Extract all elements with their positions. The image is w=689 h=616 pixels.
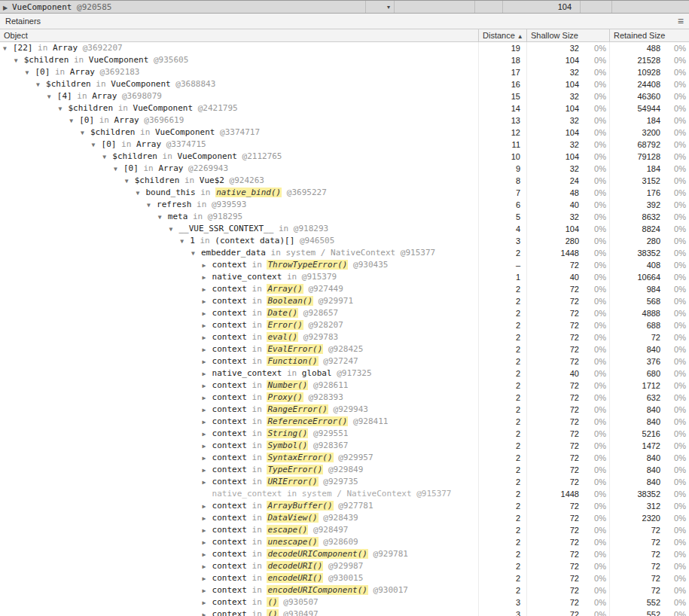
table-row[interactable]: ▶native_context in global @917325 2 40 0… bbox=[0, 367, 689, 380]
table-row[interactable]: ▶context in Boolean() @929971 2 72 0% 56… bbox=[0, 295, 689, 307]
expand-arrow[interactable]: ▶ bbox=[203, 392, 212, 404]
table-row[interactable]: ▼$children in VueComponent @2112765 10 1… bbox=[0, 151, 689, 163]
expand-arrow[interactable]: ▼ bbox=[191, 248, 201, 259]
menu-icon[interactable]: ≡ bbox=[678, 17, 684, 25]
table-row[interactable]: ▶context in ArrayBuffer() @927781 2 72 0… bbox=[0, 500, 689, 512]
expand-arrow[interactable]: ▶ bbox=[203, 344, 212, 355]
table-row[interactable]: ▼$children in VueComponent @935605 18 10… bbox=[0, 54, 689, 66]
expand-arrow[interactable]: ▶ bbox=[203, 441, 212, 452]
expand-arrow[interactable]: ▶ bbox=[203, 465, 212, 476]
expand-arrow[interactable]: ▶ bbox=[203, 356, 212, 367]
expand-arrow[interactable]: ▼ bbox=[47, 91, 57, 102]
table-row[interactable]: ▼$children in VueComponent @3374717 12 1… bbox=[0, 127, 689, 139]
table-row[interactable]: ▶context in RangeError() @929943 2 72 0%… bbox=[0, 404, 689, 416]
table-row[interactable]: ▼[0] in Array @3692183 17 32 0% 10928 0% bbox=[0, 66, 689, 78]
expand-arrow[interactable]: ▼ bbox=[59, 103, 69, 114]
expand-arrow[interactable]: ▶ bbox=[3, 2, 12, 14]
summary-selected-row[interactable]: ▶VueComponent @920585 ▾ 104 bbox=[0, 0, 689, 14]
table-row[interactable]: ▼$children in VueComponent @3688843 16 1… bbox=[0, 78, 689, 90]
expand-arrow[interactable]: ▶ bbox=[203, 477, 212, 488]
column-divider[interactable] bbox=[580, 1, 581, 13]
expand-arrow[interactable]: ▼ bbox=[136, 188, 145, 199]
table-row[interactable]: native_context in system / NativeContext… bbox=[0, 488, 689, 500]
table-row[interactable]: ▼1 in (context data)[] @946505 3 280 0% … bbox=[0, 235, 689, 247]
column-header-shallow-size[interactable]: Shallow Size bbox=[527, 29, 610, 41]
table-row[interactable]: ▶context in ThrowTypeError() @930435 – 7… bbox=[0, 259, 689, 271]
expand-arrow[interactable]: ▶ bbox=[203, 296, 212, 307]
table-row[interactable]: ▶context in ReferenceError() @928411 2 7… bbox=[0, 416, 689, 428]
expand-arrow[interactable]: ▶ bbox=[203, 284, 212, 295]
expand-arrow[interactable]: ▶ bbox=[203, 380, 212, 392]
expand-arrow[interactable]: ▶ bbox=[203, 513, 212, 524]
table-row[interactable]: ▶context in eval() @929783 2 72 0% 72 0% bbox=[0, 331, 689, 343]
expand-arrow[interactable]: ▶ bbox=[203, 537, 212, 548]
expand-arrow[interactable]: ▶ bbox=[203, 501, 212, 512]
column-divider[interactable] bbox=[474, 1, 475, 13]
table-row[interactable]: ▼[0] in Array @2269943 9 32 0% 184 0% bbox=[0, 163, 689, 175]
expand-arrow[interactable]: ▼ bbox=[14, 55, 24, 66]
expand-arrow[interactable]: ▶ bbox=[203, 453, 212, 464]
expand-arrow[interactable]: ▶ bbox=[203, 272, 212, 283]
table-row[interactable]: ▶native_context in @915379 1 40 0% 10664… bbox=[0, 271, 689, 283]
table-row[interactable]: ▶context in escape() @928497 2 72 0% 72 … bbox=[0, 524, 689, 536]
expand-arrow[interactable]: ▶ bbox=[203, 609, 212, 616]
expand-arrow[interactable]: ▼ bbox=[92, 139, 102, 151]
column-divider[interactable] bbox=[394, 1, 395, 13]
expand-arrow[interactable]: ▼ bbox=[25, 67, 35, 78]
expand-arrow[interactable]: ▶ bbox=[203, 368, 212, 380]
table-row[interactable]: ▶context in TypeError() @929849 2 72 0% … bbox=[0, 464, 689, 476]
expand-arrow[interactable]: ▼ bbox=[102, 151, 112, 163]
table-row[interactable]: ▶context in DataView() @928439 2 72 0% 2… bbox=[0, 512, 689, 524]
expand-arrow[interactable]: ▼ bbox=[36, 79, 46, 90]
table-row[interactable]: ▶context in encodeURI() @930015 2 72 0% … bbox=[0, 572, 689, 584]
table-row[interactable]: ▶context in () @930507 3 72 0% 552 0% bbox=[0, 596, 689, 608]
expand-arrow[interactable]: ▼ bbox=[158, 212, 168, 223]
table-row[interactable]: ▶context in URIError() @929735 2 72 0% 8… bbox=[0, 476, 689, 488]
expand-arrow[interactable]: ▼ bbox=[114, 163, 123, 175]
expand-arrow[interactable]: ▼ bbox=[3, 43, 13, 54]
table-row[interactable]: ▼meta in @918295 5 32 0% 8632 0% bbox=[0, 211, 689, 223]
expand-arrow[interactable]: ▶ bbox=[203, 416, 212, 428]
table-row[interactable]: ▼$children in Vue$2 @924263 8 24 0% 3152… bbox=[0, 175, 689, 187]
table-row[interactable]: ▶context in Function() @927247 2 72 0% 3… bbox=[0, 355, 689, 367]
table-row[interactable]: ▶context in () @930497 3 72 0% 552 0% bbox=[0, 608, 689, 616]
expand-arrow[interactable]: ▶ bbox=[203, 525, 212, 536]
expand-arrow[interactable]: ▶ bbox=[203, 585, 212, 596]
expand-arrow[interactable]: ▶ bbox=[203, 549, 212, 560]
expand-arrow[interactable]: ▶ bbox=[203, 404, 212, 416]
table-row[interactable]: ▼[0] in Array @3374715 11 32 0% 68792 0% bbox=[0, 139, 689, 151]
expand-arrow[interactable]: ▼ bbox=[69, 115, 79, 127]
expand-arrow[interactable]: ▼ bbox=[81, 127, 90, 139]
table-row[interactable]: ▼$children in VueComponent @2421795 14 1… bbox=[0, 102, 689, 114]
expand-arrow[interactable]: ▶ bbox=[203, 561, 212, 572]
table-row[interactable]: ▶context in Date() @928657 2 72 0% 4888 … bbox=[0, 307, 689, 319]
expand-arrow[interactable]: ▶ bbox=[203, 320, 212, 331]
table-row[interactable]: ▶context in String() @929551 2 72 0% 521… bbox=[0, 428, 689, 440]
table-row[interactable]: ▶context in decodeURI() @929987 2 72 0% … bbox=[0, 560, 689, 572]
table-row[interactable]: ▶context in unescape() @928609 2 72 0% 7… bbox=[0, 536, 689, 548]
expand-arrow[interactable]: ▶ bbox=[203, 428, 212, 440]
expand-arrow[interactable]: ▼ bbox=[169, 224, 179, 235]
table-row[interactable]: ▼[4] in Array @3698079 15 32 0% 46360 0% bbox=[0, 90, 689, 102]
table-row[interactable]: ▶context in decodeURIComponent() @929781… bbox=[0, 548, 689, 560]
table-row[interactable]: ▼embedder_data in system / NativeContext… bbox=[0, 247, 689, 259]
table-row[interactable]: ▶context in SyntaxError() @929957 2 72 0… bbox=[0, 452, 689, 464]
table-row[interactable]: ▶context in Proxy() @928393 2 72 0% 632 … bbox=[0, 392, 689, 404]
column-header-retained-size[interactable]: Retained Size bbox=[610, 29, 689, 41]
expand-arrow[interactable]: ▶ bbox=[203, 597, 212, 608]
table-row[interactable]: ▶context in Error() @928207 2 72 0% 688 … bbox=[0, 319, 689, 331]
expand-arrow[interactable]: ▼ bbox=[125, 175, 135, 187]
table-row[interactable]: ▼__VUE_SSR_CONTEXT__ in @918293 4 104 0%… bbox=[0, 223, 689, 235]
table-row[interactable]: ▶context in Number() @928611 2 72 0% 171… bbox=[0, 380, 689, 392]
expand-arrow[interactable]: ▼ bbox=[147, 200, 157, 211]
column-header-distance[interactable]: Distance▲ bbox=[479, 29, 527, 41]
table-row[interactable]: ▼[22] in Array @3692207 19 32 0% 488 0% bbox=[0, 42, 689, 54]
expand-arrow[interactable]: ▶ bbox=[203, 308, 212, 319]
column-header-object[interactable]: Object bbox=[0, 29, 479, 41]
expand-arrow[interactable]: ▼ bbox=[180, 236, 190, 247]
expand-arrow[interactable]: ▶ bbox=[203, 260, 212, 271]
table-row[interactable]: ▶context in Symbol() @928367 2 72 0% 147… bbox=[0, 440, 689, 452]
expand-arrow[interactable]: ▶ bbox=[203, 573, 212, 584]
table-row[interactable]: ▼refresh in @939593 6 40 0% 392 0% bbox=[0, 199, 689, 211]
expand-arrow[interactable]: ▶ bbox=[203, 332, 212, 343]
